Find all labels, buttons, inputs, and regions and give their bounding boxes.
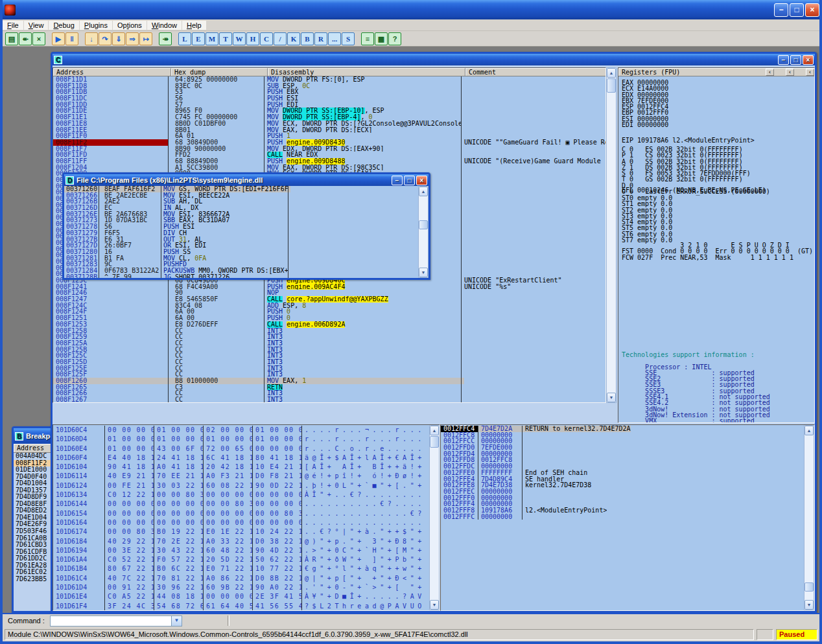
disasm-row[interactable]: 008F11E88B0D C01DBF00MOV ECX, DWORD PTR …: [53, 121, 605, 127]
engine-dll-disasm-row[interactable]: 0037128016PUSH SS: [64, 249, 417, 255]
hex-dump-row[interactable]: 101D60E401 00 00 0043 00 6F 0072 00 65 0…: [53, 444, 429, 454]
menu-plugins[interactable]: Plugins: [80, 21, 112, 30]
toolbar-button-close-process[interactable]: ×: [32, 32, 45, 45]
toolbar-button-run[interactable]: ▶: [52, 32, 65, 45]
scroll-thumb[interactable]: [804, 582, 814, 592]
stack-row[interactable]: 0012FFCC00000000: [441, 438, 803, 444]
toolbar-button-animate-into[interactable]: ⇓: [112, 32, 125, 45]
engine-dll-disasm-row[interactable]: 0037126DECIN AL, DX: [64, 205, 417, 211]
disasm-row[interactable]: 008F124690NOP: [53, 290, 605, 296]
cpu-title-bar[interactable]: C − □ ×: [53, 54, 815, 65]
hex-dump-row[interactable]: 101D60D401 00 00 0001 00 00 0001 00 00 0…: [53, 435, 429, 444]
scroll-down-button[interactable]: ▼: [430, 600, 439, 610]
engine-dll-disasm-row[interactable]: 0037127856PUSH ESI: [64, 224, 417, 230]
stack-row[interactable]: 0012FFEC00000000: [441, 489, 803, 495]
disasm-row[interactable]: 008F125CCCINT3: [53, 352, 605, 359]
disasm-row[interactable]: 008F11DC56PUSH ESI: [53, 95, 605, 102]
engine-dll-disasm-row[interactable]: 003712839CPUSHFD: [64, 261, 417, 268]
hex-dump-row[interactable]: 101D615400 00 00 0000 00 00 0000 00 00 0…: [53, 509, 429, 518]
disasm-row[interactable]: 008F1259CCINT3: [53, 334, 605, 340]
toolbar-button-help[interactable]: ?: [388, 32, 401, 45]
disasm-row[interactable]: 008F11EE8B01MOV EAX, DWORD PTR DS:[ECX]: [53, 127, 605, 133]
toolbar-button-view-handles[interactable]: H: [246, 32, 259, 45]
toolbar-button-animate-over[interactable]: ⇒: [126, 32, 139, 45]
engine-dll-close-button[interactable]: ×: [416, 176, 427, 185]
scroll-up-button[interactable]: ▲: [607, 68, 616, 78]
disasm-row[interactable]: 008F125ACCINT3: [53, 340, 605, 347]
hex-dump-row[interactable]: 101D611440 E9 21 1070 EE 21 10A0 F3 21 1…: [53, 472, 429, 481]
hex-dump-row[interactable]: 101D616400 00 00 0000 00 00 0000 00 00 0…: [53, 518, 429, 527]
disasm-row[interactable]: 008F1253E8 D276DEFFCALL engine.006D892A: [53, 321, 605, 328]
engine-dll-disasm-row[interactable]: 0037126B2AE2SUB AH, DL: [64, 198, 417, 205]
close-button[interactable]: ×: [805, 3, 819, 17]
toolbar-button-view-memory[interactable]: M: [206, 32, 218, 45]
hex-dump-row[interactable]: 101D61B480 67 22 10B0 6C 22 10E0 71 22 1…: [53, 564, 429, 573]
hex-dump-row[interactable]: 101D60F4E4 40 18 1024 41 18 106C 41 18 1…: [53, 454, 429, 463]
engine-dll-disasm-row[interactable]: 00371266BE 2AE2ECBEMOV ESI, BEECE22A: [64, 192, 417, 199]
toolbar-button-open[interactable]: ▤: [5, 32, 18, 45]
disasm-row[interactable]: 008F1204A1 5CC39800MOV EAX, DWORD PTR DS…: [53, 165, 605, 171]
disasm-row[interactable]: 008F11DB53PUSH EBX: [53, 89, 605, 95]
hex-dump-scrollbar[interactable]: ▲ ▼: [429, 425, 440, 610]
stack-row[interactable]: 0012FFE47D4D89C4SE handler: [441, 476, 803, 483]
toolbar-button-step-into[interactable]: ↓: [85, 32, 98, 45]
breakpoints-window-icon[interactable]: B: [15, 432, 23, 441]
stack-row[interactable]: 0012FFC800000000: [441, 432, 803, 439]
command-dropdown-button[interactable]: ▼: [171, 616, 182, 626]
stack-row[interactable]: 0012FFC47D4E7D2ARETURN to kernel32.7D4E7…: [441, 426, 803, 432]
menu-debug[interactable]: Debug: [49, 21, 78, 30]
scroll-up-button[interactable]: ▲: [430, 426, 439, 435]
hex-dump-row[interactable]: 101D618440 29 22 1070 2E 22 10A0 33 22 1…: [53, 537, 429, 546]
disasm-row[interactable]: 008F1260B8 01000000MOV EAX, 1: [53, 378, 605, 384]
engine-dll-title-bar[interactable]: D File C:\Program Files (x86)\Lin2PTS\sy…: [64, 174, 429, 186]
disasm-row[interactable]: 008F11F268 30849D00PUSH engine.009D8430U…: [53, 139, 605, 146]
hex-dump-row[interactable]: 101D61E4C0 A5 22 1044 08 18 1000 00 00 0…: [53, 592, 429, 601]
stack-row[interactable]: 0012FFDC00000000: [441, 463, 803, 470]
stack-scrollbar[interactable]: ▲ ▼: [804, 425, 814, 610]
disasm-row[interactable]: 008F11FDFFD2CALL NEAR EDX: [53, 152, 605, 158]
scroll-up-button[interactable]: ▲: [419, 187, 428, 196]
disasm-row[interactable]: 008F125BCCINT3: [53, 347, 605, 353]
menu-help[interactable]: Help: [182, 21, 206, 30]
toolbar-button-execute-till-return[interactable]: ↦: [139, 32, 152, 45]
flag-line[interactable]: T 0 GS 002B 32bit 0(FFFFFFFF): [622, 176, 813, 182]
cpu-minimize-button[interactable]: −: [778, 55, 789, 65]
scroll-up-button[interactable]: ▲: [804, 426, 814, 435]
menu-window[interactable]: Window: [147, 21, 182, 30]
menu-options[interactable]: Options: [113, 21, 147, 30]
hex-dump-row[interactable]: 101D617400 00 80 3FB0 19 22 10E0 1E 22 1…: [53, 527, 429, 536]
disasm-row[interactable]: 008F1265C3RETN: [53, 384, 605, 391]
hex-dump-row[interactable]: 101D61F43F 24 4C 3254 68 72 6561 64 40 5…: [53, 602, 429, 610]
stack-row[interactable]: 0012FFD07EFDE000: [441, 444, 803, 451]
cpu-maximize-button[interactable]: □: [790, 55, 801, 65]
disasm-row[interactable]: 008F125ECCINT3: [53, 365, 605, 372]
stack-row[interactable]: 0012FFFC00000000: [441, 514, 803, 520]
hex-dump-row[interactable]: 101D60C400 00 00 0001 00 00 0002 00 00 0…: [53, 426, 429, 435]
engine-dll-disasm-row[interactable]: 003712731D 07DA31BCSBB EAX, BC31DA07: [64, 217, 417, 224]
stack-row[interactable]: 0012FFD80012FFC8: [441, 457, 803, 463]
disasm-row[interactable]: 008F1267CCINT3: [53, 397, 605, 403]
toolbar-button-windows-list[interactable]: ≡: [361, 32, 374, 45]
title-bar[interactable]: − □ ×: [0, 0, 822, 19]
scroll-thumb[interactable]: [607, 78, 616, 93]
disasm-row[interactable]: 008F124168 F4C49A00PUSH engine.009AC4F4U…: [53, 284, 605, 290]
toolbar-button-view-executables[interactable]: E: [192, 32, 205, 45]
stack-row[interactable]: 0012FFE87D4E7D38kernel32.7D4E7D38: [441, 482, 803, 489]
toolbar-button-pause[interactable]: ‖: [65, 32, 78, 45]
disassembly-scrollbar[interactable]: ▲ ▼: [606, 67, 616, 403]
registers-nav-button[interactable]: ‹: [786, 69, 794, 76]
toolbar-button-restart[interactable]: ↞: [19, 32, 32, 45]
engine-dll-disasm-row[interactable]: 0037128B^ 7F 99JG SHORT 00371226: [64, 274, 417, 278]
minimize-button[interactable]: −: [774, 3, 788, 17]
app-icon[interactable]: [5, 5, 16, 16]
toolbar-button-appearance[interactable]: ▦: [375, 32, 388, 45]
maximize-button[interactable]: □: [790, 3, 804, 17]
disasm-row[interactable]: 008F11E1C745 FC 00000000MOV DWORD PTR SS…: [53, 114, 605, 121]
toolbar-button-step-over[interactable]: ↷: [99, 32, 112, 45]
disasm-row[interactable]: 008F12516A 00PUSH 0: [53, 315, 605, 321]
register-line[interactable]: EDI 00000000: [622, 122, 813, 128]
toolbar-button-execute-till-user-code[interactable]: ↠: [159, 32, 172, 45]
disasm-row[interactable]: 008F1258CCINT3: [53, 328, 605, 334]
cpu-window-icon[interactable]: C: [54, 56, 62, 64]
command-combobox[interactable]: ▼: [50, 615, 182, 627]
